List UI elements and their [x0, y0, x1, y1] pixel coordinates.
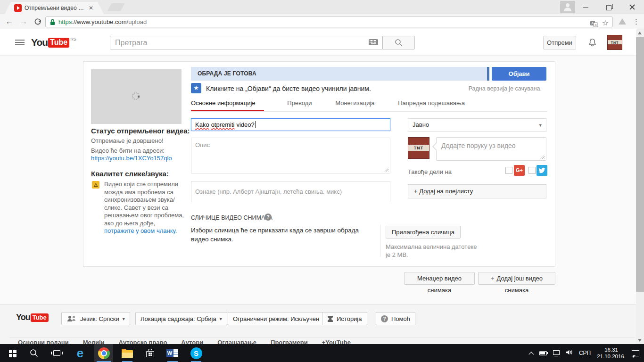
- youtube-logo-footer[interactable]: You Tube: [16, 313, 49, 322]
- bookmark-star-icon[interactable]: ☆: [602, 18, 609, 27]
- taskbar-search-button[interactable]: [25, 344, 43, 362]
- new-tab-button[interactable]: [107, 3, 124, 11]
- folder-icon: [122, 350, 133, 358]
- help-icon: ?: [381, 315, 388, 322]
- gplus-icon[interactable]: G+: [514, 165, 525, 176]
- tab-basic-info[interactable]: Основне информације: [191, 97, 264, 111]
- resize-handle-icon[interactable]: [540, 155, 545, 159]
- thumbnails-heading: СЛИЧИЦЕ ВИДЕО СНИМАКА: [191, 214, 272, 221]
- tab-monetization[interactable]: Монетизација: [335, 97, 374, 111]
- footer-link[interactable]: Медији: [83, 339, 105, 344]
- title-input[interactable]: Kakootpremitivideo?: [191, 118, 390, 131]
- word-icon[interactable]: W: [163, 344, 182, 362]
- keyboard-icon[interactable]: [369, 39, 378, 47]
- youtube-logo[interactable]: You Tube RS: [31, 37, 75, 48]
- tags-field[interactable]: [191, 181, 390, 202]
- close-button[interactable]: [621, 0, 643, 14]
- minimize-button[interactable]: [575, 0, 596, 14]
- privacy-select[interactable]: Јавно ▾: [408, 118, 546, 132]
- footer-link[interactable]: Ауторско право: [119, 339, 167, 344]
- search-input[interactable]: [110, 39, 369, 47]
- video-manager-button[interactable]: Менаџер видео снимака: [404, 272, 475, 285]
- tray-language[interactable]: СРП: [579, 350, 591, 356]
- footer-link[interactable]: Оглашавање: [217, 339, 256, 344]
- upload-status-heading: Статус отпремљеног видеа:: [91, 127, 190, 135]
- scroll-down-icon[interactable]: [638, 339, 642, 342]
- message-input[interactable]: Додајте поруку уз видео: [436, 137, 546, 161]
- tab-advanced-settings[interactable]: Напредна подешавања: [398, 97, 465, 111]
- skype-icon[interactable]: S: [187, 344, 206, 362]
- add-more-label: Додај још видео снимака: [497, 275, 543, 294]
- restore-button[interactable]: [598, 0, 619, 14]
- scrollbar-thumb[interactable]: [636, 37, 644, 292]
- scroll-up-icon[interactable]: [638, 32, 642, 34]
- add-to-playlist-button[interactable]: + Додај на плејлисту: [408, 184, 546, 198]
- browser-profile-button[interactable]: [560, 1, 575, 13]
- notifications-bell-icon[interactable]: [588, 37, 597, 49]
- help-button[interactable]: ? Помоћ: [376, 312, 415, 325]
- restricted-mode-button[interactable]: Ограничени режим: Искључен ▾: [228, 312, 330, 325]
- content-location-button[interactable]: Локација садржаја: Србија ▾: [135, 312, 227, 325]
- battery-icon[interactable]: [539, 351, 547, 355]
- explorer-icon[interactable]: [118, 344, 137, 362]
- custom-thumbnail-button[interactable]: Прилагођена сличица: [386, 226, 461, 239]
- quality-article-link[interactable]: потражите у овом чланку.: [104, 227, 177, 234]
- upload-tabs: Основне информације Преводи Монетизација…: [191, 97, 547, 112]
- tags-input[interactable]: [191, 188, 390, 195]
- network-icon[interactable]: [553, 350, 560, 355]
- description-textarea[interactable]: Опис: [191, 138, 390, 173]
- tray-clock[interactable]: 16.31 21.10.2016.: [597, 346, 626, 360]
- store-icon[interactable]: [140, 344, 159, 362]
- edge-letter: e: [77, 346, 83, 360]
- logo-tube: Tube: [31, 313, 49, 322]
- search-button[interactable]: [382, 36, 415, 49]
- footer-link[interactable]: +YouTube: [322, 339, 351, 344]
- edge-icon[interactable]: e: [71, 344, 90, 362]
- browser-menu-icon[interactable]: ⋮: [633, 16, 640, 27]
- translate-icon[interactable]: Aа: [590, 19, 598, 27]
- footer-link[interactable]: Аутори: [181, 339, 203, 344]
- address-bar[interactable]: https://www.youtube.com/upload Aа ☆: [45, 16, 613, 27]
- loading-spinner-icon: [132, 92, 140, 100]
- history-button[interactable]: Историја: [322, 312, 367, 325]
- show-hidden-icons[interactable]: [528, 352, 534, 357]
- search-bar[interactable]: [110, 36, 382, 49]
- gplus-checkbox[interactable]: [505, 167, 512, 174]
- volume-icon[interactable]: [566, 349, 573, 357]
- logo-you: You: [31, 37, 48, 48]
- upload-button[interactable]: Отпреми: [543, 36, 576, 49]
- back-button[interactable]: ←: [4, 16, 15, 27]
- chrome-icon[interactable]: [94, 344, 113, 362]
- publish-button[interactable]: Објави: [492, 67, 546, 81]
- task-view-button[interactable]: [47, 344, 66, 362]
- menu-hamburger-button[interactable]: [15, 40, 25, 46]
- forward-button[interactable]: →: [18, 16, 29, 27]
- footer-link[interactable]: Основни подаци: [18, 339, 69, 344]
- user-avatar[interactable]: TNT: [607, 35, 622, 50]
- privacy-value: Јавно: [413, 121, 429, 128]
- chevron-down-icon: ▾: [539, 119, 542, 131]
- help-label: Помоћ: [391, 315, 410, 322]
- resize-handle-icon[interactable]: [384, 167, 388, 172]
- twitter-checkbox[interactable]: [528, 167, 536, 174]
- reload-button[interactable]: [32, 17, 43, 29]
- processing-status-bar: ОБРАДА ЈЕ ГОТОВА: [191, 67, 487, 81]
- upload-card: Статус отпремљеног видеа: Отпремање је д…: [83, 61, 555, 267]
- url-text: https://www.youtube.com/upload: [55, 18, 147, 25]
- video-url-link[interactable]: https://youtu.be/1XCYo157qlo: [91, 155, 172, 162]
- extension-icon[interactable]: [619, 18, 626, 25]
- quality-warning-text: Видео који сте отпремили можда има пробл…: [104, 181, 185, 235]
- scrollbar-track[interactable]: [636, 29, 644, 344]
- language-button[interactable]: Језик: Српски ▾: [61, 312, 130, 325]
- twitter-icon[interactable]: [537, 165, 547, 176]
- footer-link[interactable]: Програмери: [271, 339, 308, 344]
- start-button[interactable]: [3, 344, 22, 362]
- tab-translations[interactable]: Преводи: [287, 97, 312, 111]
- system-tray: СРП 16.31 21.10.2016.: [529, 344, 644, 362]
- help-icon[interactable]: ?: [264, 214, 272, 221]
- browser-tab[interactable]: Отпремљени видео сни ✕: [5, 2, 104, 14]
- add-more-videos-button[interactable]: +Додај још видео снимака: [478, 272, 555, 285]
- action-center-icon[interactable]: [632, 350, 639, 356]
- tab-close-icon[interactable]: ✕: [89, 5, 93, 11]
- url-path: /upload: [127, 18, 147, 25]
